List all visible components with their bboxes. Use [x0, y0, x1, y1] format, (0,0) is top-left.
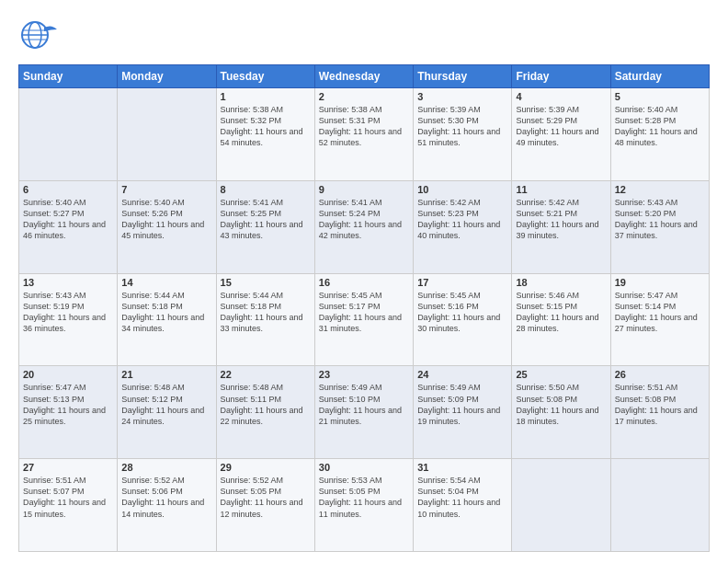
- calendar-cell: [118, 88, 216, 181]
- day-info: Sunrise: 5:52 AM Sunset: 5:05 PM Dayligh…: [221, 475, 311, 520]
- calendar-cell: [610, 459, 709, 552]
- logo: [18, 15, 55, 55]
- day-number: 3: [417, 91, 507, 102]
- day-number: 7: [121, 184, 211, 195]
- day-number: 22: [221, 369, 311, 380]
- day-info: Sunrise: 5:47 AM Sunset: 5:13 PM Dayligh…: [23, 382, 113, 427]
- day-number: 28: [121, 462, 211, 473]
- day-number: 18: [516, 277, 606, 288]
- day-info: Sunrise: 5:44 AM Sunset: 5:18 PM Dayligh…: [221, 290, 311, 335]
- day-info: Sunrise: 5:52 AM Sunset: 5:06 PM Dayligh…: [121, 475, 211, 520]
- day-info: Sunrise: 5:42 AM Sunset: 5:23 PM Dayligh…: [417, 197, 507, 242]
- calendar-cell: 8Sunrise: 5:41 AM Sunset: 5:25 PM Daylig…: [216, 180, 314, 273]
- calendar-cell: 25Sunrise: 5:50 AM Sunset: 5:08 PM Dayli…: [512, 366, 610, 459]
- weekday-header: Saturday: [610, 65, 709, 88]
- day-number: 6: [23, 184, 113, 195]
- calendar-cell: 29Sunrise: 5:52 AM Sunset: 5:05 PM Dayli…: [216, 459, 314, 552]
- day-number: 21: [121, 369, 211, 380]
- calendar-cell: 22Sunrise: 5:48 AM Sunset: 5:11 PM Dayli…: [216, 366, 314, 459]
- day-number: 16: [319, 277, 409, 288]
- day-info: Sunrise: 5:49 AM Sunset: 5:10 PM Dayligh…: [319, 382, 409, 427]
- day-info: Sunrise: 5:49 AM Sunset: 5:09 PM Dayligh…: [417, 382, 507, 427]
- calendar-cell: 17Sunrise: 5:45 AM Sunset: 5:16 PM Dayli…: [414, 273, 512, 366]
- day-info: Sunrise: 5:41 AM Sunset: 5:25 PM Dayligh…: [221, 197, 311, 242]
- day-number: 2: [319, 91, 409, 102]
- day-number: 29: [221, 462, 311, 473]
- calendar-cell: 20Sunrise: 5:47 AM Sunset: 5:13 PM Dayli…: [19, 366, 118, 459]
- day-info: Sunrise: 5:40 AM Sunset: 5:26 PM Dayligh…: [121, 197, 211, 242]
- calendar-cell: 13Sunrise: 5:43 AM Sunset: 5:19 PM Dayli…: [19, 273, 118, 366]
- calendar-cell: 1Sunrise: 5:38 AM Sunset: 5:32 PM Daylig…: [216, 88, 314, 181]
- calendar-cell: 30Sunrise: 5:53 AM Sunset: 5:05 PM Dayli…: [314, 459, 413, 552]
- day-info: Sunrise: 5:38 AM Sunset: 5:32 PM Dayligh…: [221, 104, 311, 149]
- calendar-header-row: SundayMondayTuesdayWednesdayThursdayFrid…: [19, 65, 710, 88]
- calendar-cell: 31Sunrise: 5:54 AM Sunset: 5:04 PM Dayli…: [414, 459, 512, 552]
- day-number: 14: [121, 277, 211, 288]
- day-info: Sunrise: 5:54 AM Sunset: 5:04 PM Dayligh…: [417, 475, 507, 520]
- weekday-header: Tuesday: [216, 65, 314, 88]
- day-number: 15: [221, 277, 311, 288]
- weekday-header: Thursday: [414, 65, 512, 88]
- day-number: 25: [516, 369, 606, 380]
- weekday-header: Sunday: [19, 65, 118, 88]
- calendar-cell: 24Sunrise: 5:49 AM Sunset: 5:09 PM Dayli…: [414, 366, 512, 459]
- calendar-week-row: 13Sunrise: 5:43 AM Sunset: 5:19 PM Dayli…: [19, 273, 710, 366]
- calendar-cell: 3Sunrise: 5:39 AM Sunset: 5:30 PM Daylig…: [414, 88, 512, 181]
- day-number: 19: [615, 277, 705, 288]
- day-info: Sunrise: 5:40 AM Sunset: 5:27 PM Dayligh…: [23, 197, 113, 242]
- calendar-cell: 4Sunrise: 5:39 AM Sunset: 5:29 PM Daylig…: [512, 88, 610, 181]
- day-number: 30: [319, 462, 409, 473]
- day-number: 12: [615, 184, 705, 195]
- calendar-week-row: 6Sunrise: 5:40 AM Sunset: 5:27 PM Daylig…: [19, 180, 710, 273]
- calendar-cell: 28Sunrise: 5:52 AM Sunset: 5:06 PM Dayli…: [118, 459, 216, 552]
- header: [18, 15, 710, 55]
- day-number: 1: [221, 91, 311, 102]
- weekday-header: Monday: [118, 65, 216, 88]
- calendar-cell: 18Sunrise: 5:46 AM Sunset: 5:15 PM Dayli…: [512, 273, 610, 366]
- calendar-cell: 21Sunrise: 5:48 AM Sunset: 5:12 PM Dayli…: [118, 366, 216, 459]
- calendar-cell: 12Sunrise: 5:43 AM Sunset: 5:20 PM Dayli…: [610, 180, 709, 273]
- day-info: Sunrise: 5:51 AM Sunset: 5:07 PM Dayligh…: [23, 475, 113, 520]
- calendar-cell: 10Sunrise: 5:42 AM Sunset: 5:23 PM Dayli…: [414, 180, 512, 273]
- day-info: Sunrise: 5:47 AM Sunset: 5:14 PM Dayligh…: [615, 290, 705, 335]
- calendar-cell: 5Sunrise: 5:40 AM Sunset: 5:28 PM Daylig…: [610, 88, 709, 181]
- day-info: Sunrise: 5:53 AM Sunset: 5:05 PM Dayligh…: [319, 475, 409, 520]
- day-info: Sunrise: 5:41 AM Sunset: 5:24 PM Dayligh…: [319, 197, 409, 242]
- weekday-header: Friday: [512, 65, 610, 88]
- day-number: 13: [23, 277, 113, 288]
- calendar-week-row: 20Sunrise: 5:47 AM Sunset: 5:13 PM Dayli…: [19, 366, 710, 459]
- day-info: Sunrise: 5:45 AM Sunset: 5:16 PM Dayligh…: [417, 290, 507, 335]
- calendar-cell: 14Sunrise: 5:44 AM Sunset: 5:18 PM Dayli…: [118, 273, 216, 366]
- calendar-cell: 16Sunrise: 5:45 AM Sunset: 5:17 PM Dayli…: [314, 273, 413, 366]
- calendar-cell: 15Sunrise: 5:44 AM Sunset: 5:18 PM Dayli…: [216, 273, 314, 366]
- calendar-week-row: 1Sunrise: 5:38 AM Sunset: 5:32 PM Daylig…: [19, 88, 710, 181]
- calendar-cell: [19, 88, 118, 181]
- weekday-header: Wednesday: [314, 65, 413, 88]
- day-number: 24: [417, 369, 507, 380]
- day-info: Sunrise: 5:39 AM Sunset: 5:30 PM Dayligh…: [417, 104, 507, 149]
- day-info: Sunrise: 5:40 AM Sunset: 5:28 PM Dayligh…: [615, 104, 705, 149]
- day-info: Sunrise: 5:51 AM Sunset: 5:08 PM Dayligh…: [615, 382, 705, 427]
- day-number: 27: [23, 462, 113, 473]
- calendar-body: 1Sunrise: 5:38 AM Sunset: 5:32 PM Daylig…: [19, 88, 710, 552]
- calendar-cell: 27Sunrise: 5:51 AM Sunset: 5:07 PM Dayli…: [19, 459, 118, 552]
- calendar-cell: 23Sunrise: 5:49 AM Sunset: 5:10 PM Dayli…: [314, 366, 413, 459]
- day-info: Sunrise: 5:43 AM Sunset: 5:19 PM Dayligh…: [23, 290, 113, 335]
- day-info: Sunrise: 5:48 AM Sunset: 5:12 PM Dayligh…: [121, 382, 211, 427]
- calendar-table: SundayMondayTuesdayWednesdayThursdayFrid…: [18, 64, 710, 552]
- day-number: 11: [516, 184, 606, 195]
- day-info: Sunrise: 5:50 AM Sunset: 5:08 PM Dayligh…: [516, 382, 606, 427]
- day-number: 23: [319, 369, 409, 380]
- day-info: Sunrise: 5:42 AM Sunset: 5:21 PM Dayligh…: [516, 197, 606, 242]
- calendar-cell: 9Sunrise: 5:41 AM Sunset: 5:24 PM Daylig…: [314, 180, 413, 273]
- page: SundayMondayTuesdayWednesdayThursdayFrid…: [0, 0, 728, 563]
- day-number: 17: [417, 277, 507, 288]
- calendar-cell: 6Sunrise: 5:40 AM Sunset: 5:27 PM Daylig…: [19, 180, 118, 273]
- day-number: 31: [417, 462, 507, 473]
- day-info: Sunrise: 5:44 AM Sunset: 5:18 PM Dayligh…: [121, 290, 211, 335]
- day-info: Sunrise: 5:45 AM Sunset: 5:17 PM Dayligh…: [319, 290, 409, 335]
- day-number: 20: [23, 369, 113, 380]
- day-number: 5: [615, 91, 705, 102]
- day-number: 8: [221, 184, 311, 195]
- day-info: Sunrise: 5:48 AM Sunset: 5:11 PM Dayligh…: [221, 382, 311, 427]
